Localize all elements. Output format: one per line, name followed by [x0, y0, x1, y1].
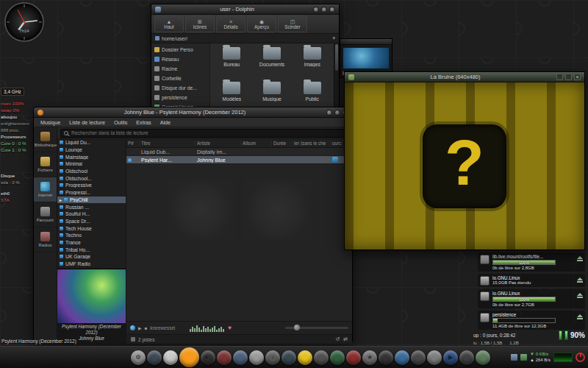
- launcher-icon[interactable]: [163, 350, 178, 365]
- places-item[interactable]: Réseau: [151, 54, 209, 64]
- sidebar-tab[interactable]: Bibliothèque: [34, 127, 57, 152]
- taskbar-window-title[interactable]: Psylent Harmony (December 2012): [1, 339, 76, 344]
- channel-item[interactable]: ▸ Techno: [57, 232, 126, 239]
- places-item[interactable]: Racine: [151, 64, 209, 74]
- sidebar-tab[interactable]: Fichiers: [34, 152, 57, 177]
- launcher-icon[interactable]: [233, 350, 248, 365]
- launcher-icon[interactable]: [282, 350, 296, 365]
- stop-icon[interactable]: ■: [145, 326, 148, 330]
- play-icon[interactable]: ▶: [138, 325, 142, 330]
- channel-item[interactable]: ▸ Tribal Ho...: [57, 246, 126, 253]
- close-button[interactable]: ×: [574, 74, 581, 80]
- launcher-icon[interactable]: [411, 350, 426, 365]
- channel-item[interactable]: ▸ UK Garage: [57, 253, 126, 261]
- volume-tray-icon[interactable]: [520, 354, 527, 361]
- seek-slider[interactable]: [285, 327, 348, 329]
- launcher-icon[interactable]: [427, 350, 442, 365]
- launcher-icon[interactable]: ♪: [265, 350, 280, 365]
- track-row[interactable]: Liquid Dub... Digitally Im...: [126, 148, 352, 156]
- menu-item[interactable]: Liste de lecture: [65, 119, 110, 126]
- channel-item[interactable]: ▸ PsyChill: [57, 197, 126, 204]
- menu-item[interactable]: Musique: [36, 119, 65, 126]
- maximize-button[interactable]: [334, 110, 340, 116]
- sidebar-tab[interactable]: Internet: [34, 177, 57, 202]
- sidebar-tab[interactable]: Radios: [34, 227, 57, 252]
- launcher-icon[interactable]: [395, 350, 409, 365]
- toolbar-button[interactable]: ▲ Haut: [154, 15, 184, 32]
- launcher-icon[interactable]: [346, 350, 361, 365]
- minimize-button[interactable]: [556, 74, 563, 80]
- channel-item[interactable]: ▸ Lounge: [57, 146, 126, 154]
- column-header[interactable]: ourc: [331, 141, 343, 146]
- dolphin-location-bar[interactable]: home/user/ ▾: [151, 34, 339, 43]
- launcher-icon[interactable]: ★: [362, 350, 377, 365]
- eject-icon[interactable]: [577, 314, 583, 319]
- minimize-button[interactable]: [313, 7, 319, 13]
- maximize-button[interactable]: [565, 74, 572, 80]
- folder-item[interactable]: Bureau: [212, 47, 252, 82]
- scrollbar[interactable]: [334, 43, 339, 113]
- player-titlebar[interactable]: Johnny Blue - Psylent Harmony (December …: [34, 107, 352, 118]
- folder-item[interactable]: Images: [292, 47, 332, 82]
- album-art[interactable]: [57, 269, 126, 323]
- launcher-icon[interactable]: ▶: [443, 350, 458, 365]
- places-item[interactable]: Dossier Perso: [151, 45, 209, 54]
- channel-item[interactable]: ▸ Russian ...: [57, 203, 126, 210]
- close-button[interactable]: [329, 7, 335, 13]
- slider-handle[interactable]: [294, 325, 300, 330]
- disk-row[interactable]: persistence 11,4GB de libre sur 12,3GB: [478, 311, 585, 330]
- launcher-icon[interactable]: >_: [201, 350, 215, 365]
- channel-item[interactable]: ▸ Oldschool...: [57, 174, 126, 182]
- menu-item[interactable]: Aide: [156, 119, 175, 126]
- disk-row[interactable]: lib.live.mount/rootfs/file... 100% 0b de…: [478, 252, 585, 272]
- shuffle-icon[interactable]: ⇄: [343, 336, 348, 342]
- disk-row[interactable]: io.GNU.Linux 15,0GB Pas étendu: [478, 274, 585, 287]
- maximize-button[interactable]: [321, 7, 327, 13]
- channel-item[interactable]: ▸ Progressive: [57, 182, 126, 189]
- launcher-icon[interactable]: [249, 350, 264, 365]
- channel-item[interactable]: ▸ Progressi...: [57, 189, 126, 197]
- clipboard-tray-icon[interactable]: [511, 354, 517, 361]
- channel-item[interactable]: ▸ Trance: [57, 239, 126, 247]
- minimize-button[interactable]: [326, 110, 332, 116]
- power-button[interactable]: [576, 353, 585, 362]
- folder-item[interactable]: Documents: [252, 47, 293, 82]
- toolbar-button[interactable]: ≡ Détails: [216, 15, 245, 32]
- dolphin-titlebar[interactable]: user - Dolphin: [151, 4, 339, 15]
- launcher-icon[interactable]: [379, 350, 393, 365]
- column-header[interactable]: P#: [126, 141, 140, 146]
- launcher-icon[interactable]: ⚙: [131, 350, 146, 365]
- love-icon[interactable]: ♥: [228, 325, 232, 331]
- repeat-icon[interactable]: ↺: [335, 336, 340, 342]
- scrollbar-thumb[interactable]: [335, 44, 338, 71]
- track-row[interactable]: Psylent Har... Johnny Blue: [126, 156, 352, 164]
- eject-icon[interactable]: [577, 256, 583, 261]
- column-header[interactable]: Durée: [272, 141, 293, 146]
- disk-row[interactable]: io.GNU.Linux 100% 0b de libre sur 2,7GB: [478, 289, 585, 308]
- column-header[interactable]: ier (sans le che: [293, 141, 331, 146]
- channel-item[interactable]: ▸ Mainstage: [57, 153, 126, 160]
- record-icon[interactable]: [130, 325, 135, 330]
- search-input[interactable]: Rechercher dans la liste de lecture: [60, 129, 349, 138]
- places-item[interactable]: Disque dur de...: [151, 83, 209, 93]
- channel-item[interactable]: ▸ Tech House: [57, 224, 126, 232]
- eject-icon[interactable]: [577, 277, 583, 283]
- column-header[interactable]: Album: [241, 141, 272, 146]
- clock-widget[interactable]: 7h14: [4, 2, 44, 42]
- channel-item[interactable]: ▸ Oldschool: [57, 168, 126, 175]
- menu-item[interactable]: Extras: [132, 119, 155, 126]
- column-header[interactable]: Titre: [140, 141, 196, 146]
- launcher-icon[interactable]: [298, 350, 312, 365]
- toolbar-button[interactable]: ◫ Scinder: [278, 15, 307, 32]
- menu-item[interactable]: Outils: [110, 119, 132, 126]
- launcher-icon[interactable]: [314, 350, 329, 365]
- places-item[interactable]: persistence: [151, 93, 209, 102]
- launcher-icon[interactable]: [476, 350, 490, 365]
- toolbar-button[interactable]: ⊞ Icônes: [185, 15, 215, 32]
- channel-item[interactable]: ▸ Space Dr...: [57, 218, 126, 225]
- launcher-icon[interactable]: [459, 350, 474, 365]
- launcher-icon[interactable]: [217, 350, 232, 365]
- channel-item[interactable]: ▸ Liquid Du...: [57, 139, 126, 146]
- launcher-icon[interactable]: [147, 350, 162, 365]
- channel-item[interactable]: ▸ Soulful H...: [57, 210, 126, 218]
